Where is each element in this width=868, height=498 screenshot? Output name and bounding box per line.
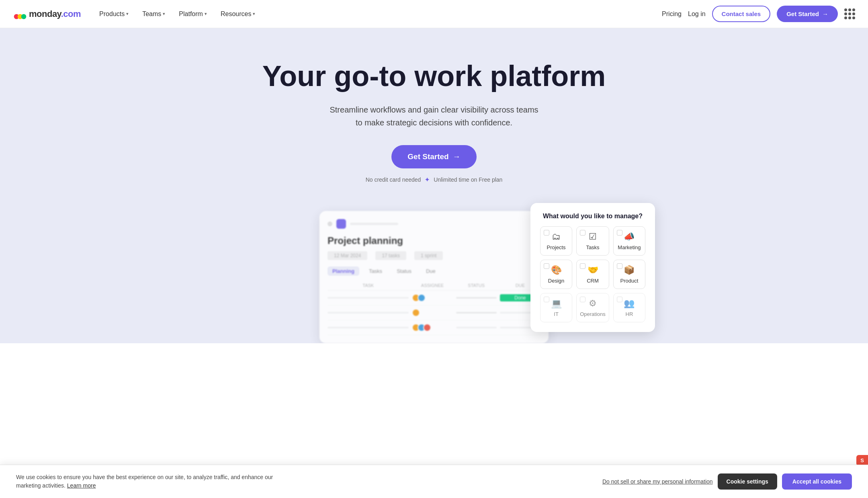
operations-icon: ⚙ xyxy=(589,298,597,309)
nav-item-products[interactable]: Products ▾ xyxy=(94,7,134,21)
checkbox-product[interactable] xyxy=(617,263,622,269)
meta-tasks: 17 tasks xyxy=(375,251,406,260)
separator-dot: ✦ xyxy=(425,176,430,183)
contact-sales-button[interactable]: Contact sales xyxy=(712,6,771,22)
manage-widget: What would you like to manage? 🗂 Project… xyxy=(530,203,655,332)
crm-label: CRM xyxy=(587,278,599,284)
hero-bottom-content: Project planning 12 Mar 2024 17 tasks 1 … xyxy=(213,203,655,343)
tasks-icon: ☑ xyxy=(589,232,597,242)
project-title: Project planning xyxy=(328,235,540,246)
hero-title: Your go-to work platform xyxy=(253,60,615,92)
checkbox-design[interactable] xyxy=(544,263,549,269)
dashboard-header xyxy=(328,219,540,229)
product-label: Product xyxy=(620,278,638,284)
tab-tasks[interactable]: Tasks xyxy=(364,266,387,276)
marketing-icon: 📣 xyxy=(624,232,635,242)
nav-pricing-link[interactable]: Pricing xyxy=(662,10,682,18)
it-label: IT xyxy=(554,311,559,317)
meta-date: 12 Mar 2024 xyxy=(328,251,367,260)
chevron-down-icon: ▾ xyxy=(163,11,165,16)
checkbox-operations[interactable] xyxy=(580,297,585,302)
checkbox-marketing[interactable] xyxy=(617,230,622,236)
dashboard-meta: 12 Mar 2024 17 tasks 1 sprint xyxy=(328,251,540,260)
dashboard-tabs: Planning Tasks Status Due xyxy=(328,266,540,276)
brand-name: monday.com xyxy=(29,9,81,19)
design-label: Design xyxy=(548,278,564,284)
widget-item-crm[interactable]: 🤝 CRM xyxy=(576,260,609,289)
widget-title: What would you like to manage? xyxy=(540,213,645,220)
hero-get-started-button[interactable]: Get Started → xyxy=(391,145,476,168)
nav-item-resources[interactable]: Resources ▾ xyxy=(215,7,261,21)
nav-login-link[interactable]: Log in xyxy=(688,10,706,18)
hr-icon: 👥 xyxy=(624,298,635,309)
nav-right: Pricing Log in Contact sales Get Started… xyxy=(662,6,855,22)
nav-item-teams[interactable]: Teams ▾ xyxy=(137,7,171,21)
hr-label: HR xyxy=(626,311,633,317)
tab-due[interactable]: Due xyxy=(421,266,440,276)
crm-icon: 🤝 xyxy=(588,265,598,275)
widget-item-operations[interactable]: ⚙ Operations xyxy=(576,293,609,322)
projects-icon: 🗂 xyxy=(552,232,561,242)
projects-label: Projects xyxy=(547,244,566,250)
tab-status[interactable]: Status xyxy=(392,266,416,276)
hero-note: No credit card needed ✦ Unlimited time o… xyxy=(8,176,860,183)
logo[interactable]: monday.com xyxy=(13,7,81,21)
table-row: Done xyxy=(328,291,540,305)
hero-subtitle: Streamline workflows and gain clear visi… xyxy=(313,103,555,129)
checkbox-tasks[interactable] xyxy=(580,230,585,236)
operations-label: Operations xyxy=(580,311,606,317)
hero-section: Your go-to work platform Streamline work… xyxy=(0,28,868,343)
checkbox-crm[interactable] xyxy=(580,263,585,269)
design-icon: 🎨 xyxy=(551,265,562,275)
widget-item-hr[interactable]: 👥 HR xyxy=(613,293,645,322)
checkbox-it[interactable] xyxy=(544,297,549,302)
widget-item-product[interactable]: 📦 Product xyxy=(613,260,645,289)
widget-item-design[interactable]: 🎨 Design xyxy=(540,260,572,289)
nav-get-started-button[interactable]: Get Started → xyxy=(777,6,838,22)
chevron-down-icon: ▾ xyxy=(126,11,129,16)
navbar: monday.com Products ▾ Teams ▾ Platform ▾… xyxy=(0,0,868,28)
table-row xyxy=(328,320,540,335)
tab-planning[interactable]: Planning xyxy=(328,266,359,276)
nav-item-platform[interactable]: Platform ▾ xyxy=(173,7,213,21)
arrow-right-icon: → xyxy=(453,152,461,161)
product-icon: 📦 xyxy=(624,265,635,275)
arrow-right-icon: → xyxy=(822,10,828,17)
widget-item-projects[interactable]: 🗂 Projects xyxy=(540,226,572,256)
dashboard-preview: Project planning 12 Mar 2024 17 tasks 1 … xyxy=(319,211,549,343)
tasks-label: Tasks xyxy=(586,244,599,250)
checkbox-hr[interactable] xyxy=(617,297,622,302)
it-icon: 💻 xyxy=(551,298,562,309)
widget-item-marketing[interactable]: 📣 Marketing xyxy=(613,226,645,256)
marketing-label: Marketing xyxy=(618,244,641,250)
svg-point-3 xyxy=(21,14,27,19)
table-row xyxy=(328,305,540,320)
checkbox-projects[interactable] xyxy=(544,230,549,236)
widget-grid: 🗂 Projects ☑ Tasks 📣 Marketing 🎨 Desi xyxy=(540,226,645,322)
widget-item-tasks[interactable]: ☑ Tasks xyxy=(576,226,609,256)
apps-grid-icon[interactable] xyxy=(844,8,855,19)
table-header: Task Assignee Status Due xyxy=(328,281,540,291)
nav-links: Products ▾ Teams ▾ Platform ▾ Resources … xyxy=(94,7,662,21)
chevron-down-icon: ▾ xyxy=(253,11,255,16)
chevron-down-icon: ▾ xyxy=(205,11,207,16)
widget-item-it[interactable]: 💻 IT xyxy=(540,293,572,322)
meta-sprint: 1 sprint xyxy=(414,251,443,260)
